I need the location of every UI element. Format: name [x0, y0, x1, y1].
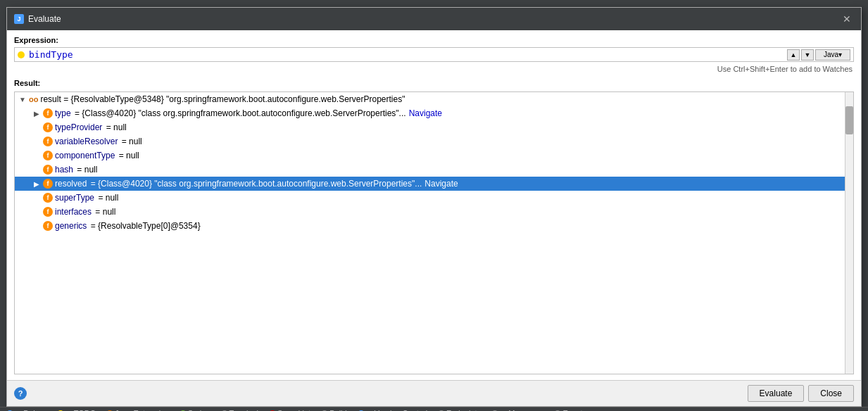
result-tree[interactable]: ▼ oo result = {ResolvableType@5348} "org…	[15, 92, 845, 374]
expr-dropdown-btn[interactable]: Java▾	[815, 49, 850, 61]
expander-icon[interactable]: ▶	[32, 179, 42, 189]
oo-icon: oo	[29, 95, 38, 103]
expander-icon[interactable]: ▶	[32, 108, 42, 118]
expr-down-btn[interactable]: ▼	[801, 49, 814, 61]
scrollbar-thumb[interactable]	[845, 106, 853, 134]
taskbar-item-debug[interactable]: g: Debug	[3, 407, 51, 411]
expander-spacer	[32, 193, 42, 203]
tree-row-selected[interactable]: ▶ f resolved = {Class@4020} "class org.s…	[15, 177, 845, 191]
result-label: Result:	[14, 79, 854, 87]
taskbar-item-terminal[interactable]: Terminal	[218, 407, 263, 411]
dialog-footer: ? Evaluate Close	[7, 380, 861, 406]
evaluate-dialog: J Evaluate ✕ Expression: bindType ▲ ▼ Ja…	[6, 7, 862, 407]
taskbar-item-event[interactable]: Event	[551, 407, 586, 411]
dialog-icon: J	[14, 14, 24, 24]
dialog-title: Evaluate	[28, 14, 61, 24]
taskbar-item-sonar[interactable]: SonarLint	[265, 407, 315, 411]
expression-label: Expression:	[14, 36, 854, 44]
tree-row[interactable]: f variableResolver = null	[15, 134, 845, 148]
taskbar-item-build[interactable]: Build	[317, 407, 351, 411]
result-section: Result: ▼ oo result = {ResolvableType@53…	[14, 79, 854, 374]
vertical-scrollbar[interactable]	[845, 92, 853, 374]
window-close-button[interactable]: ✕	[840, 12, 854, 26]
expander-spacer	[32, 137, 42, 146]
tree-row[interactable]: f interfaces = null	[15, 205, 845, 219]
tree-row[interactable]: f componentType = null	[15, 148, 845, 163]
expression-input-row: bindType ▲ ▼ Java▾	[14, 47, 854, 62]
f-icon: f	[43, 193, 53, 203]
close-button[interactable]: Close	[808, 385, 854, 402]
taskbar-item-java[interactable]: Java Enterprise	[103, 407, 172, 411]
tree-row[interactable]: ▶ f type = {Class@4020} "class org.sprin…	[15, 106, 845, 120]
f-icon: f	[43, 151, 53, 160]
expander-icon[interactable]: ▼	[18, 94, 27, 104]
title-bar: J Evaluate ✕	[7, 8, 861, 30]
taskbar-item-endpoints[interactable]: Endpoints	[434, 407, 485, 411]
taskbar: g: Debug g: TODO Java Enterprise Spring …	[0, 407, 868, 411]
footer-buttons: Evaluate Close	[748, 385, 854, 402]
tree-row[interactable]: f hash = null	[15, 163, 845, 177]
result-tree-container: ▼ oo result = {ResolvableType@5348} "org…	[14, 91, 854, 374]
navigate-link[interactable]: Navigate	[409, 108, 442, 118]
taskbar-item-todo[interactable]: g: TODO	[54, 407, 101, 411]
tree-row[interactable]: f generics = {ResolvableType[0]@5354}	[15, 219, 845, 233]
f-icon: f	[43, 179, 53, 189]
expander-spacer	[32, 207, 42, 217]
tree-row[interactable]: f superType = null	[15, 191, 845, 205]
f-icon: f	[43, 221, 53, 231]
tree-row[interactable]: ▼ oo result = {ResolvableType@5348} "org…	[15, 92, 845, 106]
navigate-link[interactable]: Navigate	[424, 179, 458, 189]
tree-empty-space	[15, 233, 845, 374]
expr-up-btn[interactable]: ▲	[787, 49, 800, 61]
f-icon: f	[43, 165, 53, 175]
expression-dot-icon	[18, 51, 25, 58]
expander-spacer	[32, 165, 42, 175]
taskbar-item-messages[interactable]: g: Messages	[488, 407, 548, 411]
taskbar-item-vc[interactable]: g: Version Control	[354, 407, 432, 411]
hint-text: Use Ctrl+Shift+Enter to add to Watches	[14, 63, 854, 75]
f-icon: f	[43, 122, 53, 132]
dialog-body: Expression: bindType ▲ ▼ Java▾ Use Ctrl+…	[7, 30, 861, 380]
expression-input[interactable]: bindType	[27, 48, 787, 61]
f-icon: f	[43, 108, 53, 118]
expander-spacer	[32, 151, 42, 160]
f-icon: f	[43, 207, 53, 217]
help-button[interactable]: ?	[14, 387, 27, 400]
tree-row[interactable]: f typeProvider = null	[15, 120, 845, 134]
expander-spacer	[32, 122, 42, 132]
title-bar-left: J Evaluate	[14, 14, 61, 24]
expander-spacer	[32, 221, 42, 231]
f-icon: f	[43, 137, 53, 146]
evaluate-button[interactable]: Evaluate	[748, 385, 805, 402]
taskbar-item-spring[interactable]: Spring	[176, 407, 215, 411]
